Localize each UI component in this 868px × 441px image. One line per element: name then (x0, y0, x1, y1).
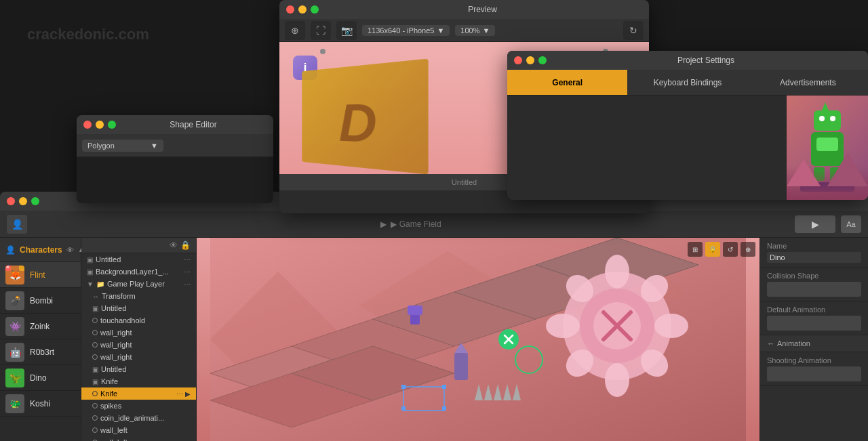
characters-sidebar: 👤 Characters 👁 ▲ ✕ 🦊 Flint 💣 Bombi (0, 238, 81, 441)
preview-3d-block: D (302, 58, 428, 174)
add-character-btn[interactable]: 👤 (7, 215, 27, 234)
ps-minimize-btn[interactable] (526, 56, 534, 64)
layer-item-wall-left-2[interactable]: wall_left (81, 436, 196, 441)
preview-maximize-btn[interactable] (311, 5, 319, 14)
canvas-rotate-btn[interactable]: ↺ (723, 242, 738, 257)
play-btn[interactable]: ▶ (795, 215, 835, 233)
preview-refresh-btn[interactable]: ↻ (623, 21, 644, 40)
preview-resolution-value: 1136x640 - iPhone5 (368, 26, 434, 35)
preview-titlebar: Preview (279, 0, 649, 19)
layer-item-coin[interactable]: coin_idle_animati... (81, 412, 196, 424)
tab-keyboard-bindings[interactable]: Keyboard Bindings (627, 70, 747, 95)
layer-item-knife-active[interactable]: Knife ⋯ ▶ (81, 387, 196, 400)
layer-dot-4 (92, 354, 98, 360)
layer-dot-3 (92, 342, 98, 348)
prop-shooting-value[interactable] (767, 366, 861, 381)
character-item-dino[interactable]: 🦖 Dino (0, 365, 81, 391)
preview-fullscreen-btn[interactable]: ⛶ (311, 21, 331, 40)
layer-eye-icon[interactable]: 👁 (170, 240, 178, 250)
svg-point-15 (605, 363, 629, 397)
preview-close-btn[interactable] (286, 5, 294, 14)
character-item-zoink[interactable]: 👾 Zoink (0, 314, 81, 339)
ps-maximize-btn[interactable] (538, 56, 547, 64)
ps-close-btn[interactable] (514, 56, 522, 64)
layer-item-transform[interactable]: ↔ Transform (81, 290, 196, 302)
tab-advertisements[interactable]: Advertisements (748, 70, 868, 95)
prop-row-collision: Collision Shape (760, 268, 868, 301)
toolbar-right: ▶ Aa (795, 215, 861, 233)
layer-item-untitled-1[interactable]: ▣ Untitled ⋯ (81, 253, 196, 266)
shape-editor-canvas[interactable] (77, 157, 273, 203)
preview-screenshot-btn[interactable]: 📷 (336, 21, 357, 40)
polygon-dropdown[interactable]: Polygon ▼ (82, 140, 163, 152)
character-item-bombi[interactable]: 💣 Bombi (0, 288, 81, 314)
toolbar-center: ▶ ▶ Game Field (33, 219, 789, 229)
layer-item-gameplay[interactable]: ▼ 📁 Game Play Layer ⋯ (81, 278, 196, 290)
canvas-grid-btn[interactable]: ⊞ (688, 242, 703, 257)
preview-zoom-selector[interactable]: 100% ▼ (455, 25, 495, 36)
layer-gameplay-label: Game Play Layer (107, 280, 165, 288)
layer-item-actions-3: ⋯ (184, 280, 191, 288)
character-item-r0b3rt[interactable]: 🤖 R0b3rt (0, 339, 81, 365)
shape-editor-window: Shape Editor Polygon ▼ (77, 115, 273, 203)
layer-lock-icon[interactable]: 🔒 (180, 240, 191, 250)
svg-point-14 (605, 255, 629, 289)
layer-dot-2 (92, 330, 98, 335)
preview-toolbar: ⊕ ⛶ 📷 1136x640 - iPhone5 ▼ 100% ▼ ↻ (279, 19, 649, 42)
prop-collision-value[interactable] (767, 282, 861, 297)
add-character-icon: 👤 (12, 219, 23, 230)
layer-doc-icon-2: ▣ (87, 268, 93, 276)
layer-wall-right-3-label: wall_right (100, 353, 132, 361)
game-scene-svg (197, 238, 760, 441)
canvas-settings-btn[interactable]: ⊕ (741, 242, 755, 257)
shape-editor-maximize-btn[interactable] (108, 121, 116, 129)
layer-doc-icon-4: ▣ (92, 366, 98, 373)
main-maximize-btn[interactable] (31, 197, 39, 205)
character-item-flint[interactable]: ✕ 🦊 Flint (0, 262, 81, 288)
shape-editor-close-btn[interactable] (83, 121, 92, 129)
game-canvas[interactable]: ⊞ 🔒 ↺ ⊕ (197, 238, 760, 441)
layer-item-background[interactable]: ▣ BackgroundLayer1_... ⋯ (81, 266, 196, 278)
animation-section-icon: ↔ (767, 339, 774, 348)
prop-animation-value[interactable] (767, 316, 861, 331)
char-avatar-flint: ✕ 🦊 (5, 266, 24, 285)
layer-item-spikes[interactable]: spikes (81, 400, 196, 412)
aa-btn[interactable]: Aa (841, 215, 861, 233)
layer-wall-left-1-label: wall_left (100, 426, 127, 434)
main-close-btn[interactable] (7, 197, 15, 205)
prop-row-name: Name Dino (760, 238, 868, 268)
preview-minimize-btn[interactable] (298, 5, 307, 14)
svg-rect-39 (442, 406, 446, 411)
prop-name-value[interactable]: Dino (767, 252, 861, 263)
canvas-lock-btn[interactable]: 🔒 (705, 242, 720, 257)
layer-background-label: BackgroundLayer1_... (96, 268, 169, 276)
layer-item-untitled-3[interactable]: ▣ Untitled (81, 363, 196, 375)
tab-general[interactable]: General (507, 70, 627, 95)
layer-item-wall-left-1[interactable]: wall_left (81, 424, 196, 436)
layer-transform-label: Transform (102, 292, 136, 300)
shape-editor-minimize-btn[interactable] (96, 121, 104, 129)
layer-item-touchandhold[interactable]: touchandhold (81, 314, 196, 327)
layer-item-wall-right-1[interactable]: wall_right (81, 327, 196, 339)
layer-doc-icon-3: ▣ (92, 305, 98, 312)
resolution-chevron-icon: ▼ (437, 26, 444, 35)
character-item-koshi[interactable]: 🐲 Koshi (0, 391, 81, 417)
layer-item-wall-right-3[interactable]: wall_right (81, 351, 196, 363)
prop-row-shooting: Shooting Animation (760, 352, 868, 386)
sidebar-eye-icon: 👁 (66, 246, 74, 254)
canvas-toolbar: ⊞ 🔒 ↺ ⊕ (688, 242, 755, 257)
preview-resolution-selector[interactable]: 1136x640 - iPhone5 ▼ (362, 25, 450, 36)
layer-item-label: Untitled (96, 255, 121, 264)
layer-item-wall-right-2[interactable]: wall_right (81, 339, 196, 351)
polygon-label: Polygon (87, 142, 115, 150)
char-delete-flint: ✕ (5, 266, 11, 271)
preview-icon-btn[interactable]: ⊕ (285, 21, 305, 40)
play-icon: ▶ (812, 219, 819, 230)
layer-touchandhold-label: touchandhold (100, 316, 145, 324)
layer-item-knife-header[interactable]: ▣ Knife (81, 375, 196, 387)
main-minimize-btn[interactable] (19, 197, 27, 205)
char-avatar-koshi: 🐲 (5, 394, 24, 413)
sidebar-title: Characters (20, 245, 62, 255)
layer-item-untitled-2[interactable]: ▣ Untitled (81, 302, 196, 314)
properties-panel: Name Dino Collision Shape Default Animat… (760, 238, 868, 441)
